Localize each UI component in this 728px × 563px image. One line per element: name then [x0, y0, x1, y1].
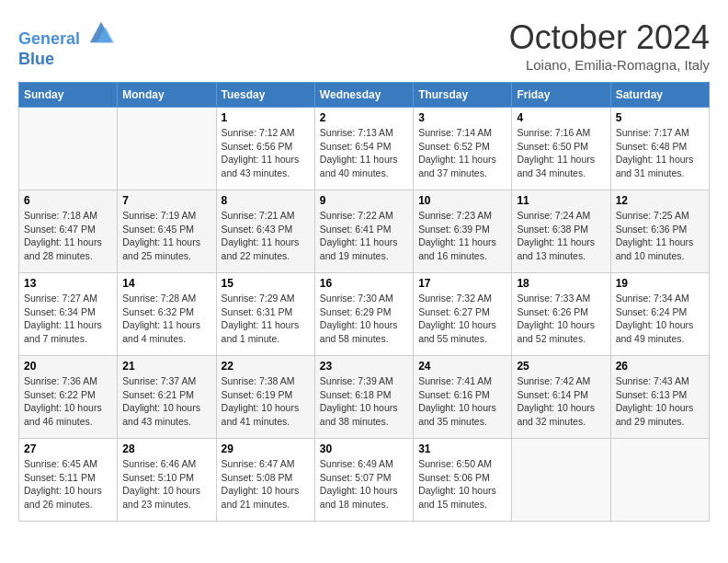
calendar-cell: 24Sunrise: 7:41 AM Sunset: 6:16 PM Dayli…: [414, 356, 512, 439]
day-info: Sunrise: 7:41 AM Sunset: 6:16 PM Dayligh…: [418, 374, 506, 429]
day-info: Sunrise: 7:36 AM Sunset: 6:22 PM Dayligh…: [24, 374, 112, 429]
logo: General Blue: [18, 18, 114, 69]
calendar-cell: 4Sunrise: 7:16 AM Sunset: 6:50 PM Daylig…: [512, 108, 610, 190]
day-number: 27: [24, 442, 112, 455]
calendar-cell: 11Sunrise: 7:24 AM Sunset: 6:38 PM Dayli…: [512, 190, 610, 273]
day-number: 24: [418, 360, 506, 373]
calendar-cell: 12Sunrise: 7:25 AM Sunset: 6:36 PM Dayli…: [610, 190, 709, 273]
page-header: General Blue October 2024 Loiano, Emilia…: [18, 18, 710, 73]
calendar-cell: 26Sunrise: 7:43 AM Sunset: 6:13 PM Dayli…: [610, 356, 709, 439]
day-info: Sunrise: 7:30 AM Sunset: 6:29 PM Dayligh…: [320, 292, 408, 346]
day-number: 28: [122, 442, 210, 455]
calendar-cell: 6Sunrise: 7:18 AM Sunset: 6:47 PM Daylig…: [19, 190, 118, 273]
calendar-cell: 13Sunrise: 7:27 AM Sunset: 6:34 PM Dayli…: [19, 273, 118, 356]
logo-icon: [88, 18, 114, 44]
calendar-cell: 16Sunrise: 7:30 AM Sunset: 6:29 PM Dayli…: [314, 273, 413, 356]
calendar-week-1: 1Sunrise: 7:12 AM Sunset: 6:56 PM Daylig…: [19, 108, 710, 190]
calendar-cell: 17Sunrise: 7:32 AM Sunset: 6:27 PM Dayli…: [414, 273, 512, 356]
day-info: Sunrise: 6:50 AM Sunset: 5:06 PM Dayligh…: [418, 457, 506, 511]
calendar-cell: 22Sunrise: 7:38 AM Sunset: 6:19 PM Dayli…: [216, 356, 314, 439]
logo-general: General: [18, 29, 80, 48]
day-number: 15: [222, 277, 310, 290]
logo-blue: Blue: [18, 50, 114, 70]
calendar-cell: 23Sunrise: 7:39 AM Sunset: 6:18 PM Dayli…: [314, 356, 413, 439]
day-info: Sunrise: 7:12 AM Sunset: 6:56 PM Dayligh…: [222, 126, 310, 180]
weekday-header-sunday: Sunday: [19, 83, 118, 108]
day-number: 17: [418, 277, 506, 290]
day-number: 19: [616, 277, 704, 290]
calendar-cell: 27Sunrise: 6:45 AM Sunset: 5:11 PM Dayli…: [19, 439, 118, 522]
calendar-cell: [512, 439, 610, 522]
day-info: Sunrise: 7:24 AM Sunset: 6:38 PM Dayligh…: [517, 209, 605, 263]
calendar-cell: 5Sunrise: 7:17 AM Sunset: 6:48 PM Daylig…: [610, 108, 709, 190]
day-number: 21: [122, 360, 210, 373]
day-number: 22: [222, 360, 310, 373]
calendar-table: SundayMondayTuesdayWednesdayThursdayFrid…: [18, 82, 710, 522]
day-info: Sunrise: 6:49 AM Sunset: 5:07 PM Dayligh…: [320, 457, 408, 511]
weekday-header-wednesday: Wednesday: [314, 83, 413, 108]
day-info: Sunrise: 6:45 AM Sunset: 5:11 PM Dayligh…: [24, 457, 112, 511]
day-number: 3: [418, 111, 506, 124]
day-number: 12: [616, 194, 704, 207]
day-number: 5: [616, 111, 704, 124]
calendar-cell: [610, 439, 709, 522]
calendar-cell: 14Sunrise: 7:28 AM Sunset: 6:32 PM Dayli…: [118, 273, 216, 356]
day-number: 14: [122, 277, 210, 290]
weekday-header-tuesday: Tuesday: [216, 83, 314, 108]
location-subtitle: Loiano, Emilia-Romagna, Italy: [509, 57, 710, 73]
day-info: Sunrise: 7:37 AM Sunset: 6:21 PM Dayligh…: [122, 374, 210, 429]
day-number: 6: [24, 194, 112, 207]
calendar-cell: 28Sunrise: 6:46 AM Sunset: 5:10 PM Dayli…: [118, 439, 216, 522]
calendar-cell: 3Sunrise: 7:14 AM Sunset: 6:52 PM Daylig…: [414, 108, 512, 190]
day-info: Sunrise: 7:42 AM Sunset: 6:14 PM Dayligh…: [517, 374, 605, 429]
day-info: Sunrise: 7:38 AM Sunset: 6:19 PM Dayligh…: [222, 374, 310, 429]
day-info: Sunrise: 7:33 AM Sunset: 6:26 PM Dayligh…: [517, 292, 605, 346]
day-info: Sunrise: 7:13 AM Sunset: 6:54 PM Dayligh…: [320, 126, 408, 180]
day-number: 7: [122, 194, 210, 207]
day-info: Sunrise: 7:22 AM Sunset: 6:41 PM Dayligh…: [320, 209, 408, 263]
calendar-week-5: 27Sunrise: 6:45 AM Sunset: 5:11 PM Dayli…: [19, 439, 710, 522]
calendar-week-4: 20Sunrise: 7:36 AM Sunset: 6:22 PM Dayli…: [19, 356, 710, 439]
day-info: Sunrise: 7:34 AM Sunset: 6:24 PM Dayligh…: [616, 292, 704, 346]
calendar-cell: 15Sunrise: 7:29 AM Sunset: 6:31 PM Dayli…: [216, 273, 314, 356]
day-info: Sunrise: 7:18 AM Sunset: 6:47 PM Dayligh…: [24, 209, 112, 263]
day-info: Sunrise: 7:25 AM Sunset: 6:36 PM Dayligh…: [616, 209, 704, 263]
day-info: Sunrise: 6:47 AM Sunset: 5:08 PM Dayligh…: [222, 457, 310, 511]
day-number: 30: [320, 442, 408, 455]
day-number: 18: [517, 277, 605, 290]
calendar-week-2: 6Sunrise: 7:18 AM Sunset: 6:47 PM Daylig…: [19, 190, 710, 273]
weekday-header-saturday: Saturday: [610, 83, 709, 108]
logo-text: General: [18, 18, 114, 50]
calendar-week-3: 13Sunrise: 7:27 AM Sunset: 6:34 PM Dayli…: [19, 273, 710, 356]
day-info: Sunrise: 7:21 AM Sunset: 6:43 PM Dayligh…: [222, 209, 310, 263]
calendar-cell: 1Sunrise: 7:12 AM Sunset: 6:56 PM Daylig…: [216, 108, 314, 190]
day-number: 2: [320, 111, 408, 124]
calendar-cell: 29Sunrise: 6:47 AM Sunset: 5:08 PM Dayli…: [216, 439, 314, 522]
day-info: Sunrise: 7:29 AM Sunset: 6:31 PM Dayligh…: [222, 292, 310, 346]
calendar-body: 1Sunrise: 7:12 AM Sunset: 6:56 PM Daylig…: [19, 108, 710, 522]
calendar-cell: 19Sunrise: 7:34 AM Sunset: 6:24 PM Dayli…: [610, 273, 709, 356]
day-number: 29: [222, 442, 310, 455]
day-info: Sunrise: 7:17 AM Sunset: 6:48 PM Dayligh…: [616, 126, 704, 180]
day-number: 31: [418, 442, 506, 455]
day-info: Sunrise: 7:39 AM Sunset: 6:18 PM Dayligh…: [320, 374, 408, 429]
day-info: Sunrise: 7:16 AM Sunset: 6:50 PM Dayligh…: [517, 126, 605, 180]
day-number: 23: [320, 360, 408, 373]
calendar-cell: 18Sunrise: 7:33 AM Sunset: 6:26 PM Dayli…: [512, 273, 610, 356]
calendar-cell: 21Sunrise: 7:37 AM Sunset: 6:21 PM Dayli…: [118, 356, 216, 439]
day-number: 11: [517, 194, 605, 207]
day-info: Sunrise: 7:14 AM Sunset: 6:52 PM Dayligh…: [418, 126, 506, 180]
calendar-cell: 10Sunrise: 7:23 AM Sunset: 6:39 PM Dayli…: [414, 190, 512, 273]
day-number: 4: [517, 111, 605, 124]
month-title: October 2024: [509, 18, 710, 57]
day-info: Sunrise: 6:46 AM Sunset: 5:10 PM Dayligh…: [122, 457, 210, 511]
weekday-header-thursday: Thursday: [414, 83, 512, 108]
day-number: 20: [24, 360, 112, 373]
day-number: 10: [418, 194, 506, 207]
calendar-cell: 20Sunrise: 7:36 AM Sunset: 6:22 PM Dayli…: [19, 356, 118, 439]
day-number: 9: [320, 194, 408, 207]
title-block: October 2024 Loiano, Emilia-Romagna, Ita…: [509, 18, 710, 73]
day-number: 16: [320, 277, 408, 290]
weekday-header-friday: Friday: [512, 83, 610, 108]
day-info: Sunrise: 7:23 AM Sunset: 6:39 PM Dayligh…: [418, 209, 506, 263]
